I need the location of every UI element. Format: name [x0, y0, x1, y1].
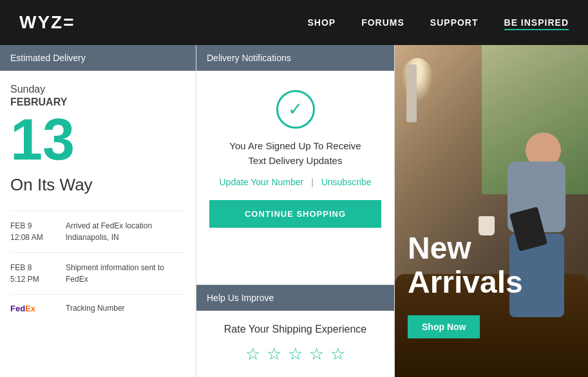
continue-shopping-button[interactable]: CONTINUE SHOPPING — [209, 200, 381, 228]
delivery-status: On Its Way — [10, 175, 185, 195]
star-1[interactable]: ☆ — [245, 344, 260, 364]
new-arrivals-heading: New Arrivals — [408, 232, 523, 300]
nav-support[interactable]: SUPPORT — [430, 17, 479, 28]
notification-body: ✓ You Are Signed Up To Receive Text Deli… — [196, 71, 394, 284]
event-desc-2: Shipment information sent to FedEx — [66, 262, 185, 285]
star-3[interactable]: ☆ — [288, 344, 303, 364]
site-header: WYZ= SHOP FORUMS SUPPORT BE INSPIRED — [0, 0, 588, 45]
tracking-events: FEB 9 12:08 AM Arrived at FedEx location… — [10, 210, 185, 322]
nav-forums[interactable]: FORUMS — [361, 17, 404, 28]
tracking-number-label: Tracking Number — [66, 304, 125, 313]
event-date-2: FEB 8 5:12 PM — [10, 262, 55, 285]
new-arrivals-arrivals: Arrivals — [408, 266, 523, 300]
check-circle-icon: ✓ — [276, 90, 315, 129]
help-section: Help Us Improve Rate Your Shipping Exper… — [196, 284, 394, 377]
rate-title: Rate Your Shipping Experience — [209, 324, 381, 335]
delivery-notifications-panel: Delivery Notifications ✓ You Are Signed … — [196, 45, 395, 377]
star-rating[interactable]: ☆ ☆ ☆ ☆ ☆ — [209, 344, 381, 364]
site-logo[interactable]: WYZ= — [19, 12, 75, 33]
help-header: Help Us Improve — [196, 285, 394, 311]
nav-be-inspired[interactable]: BE INSPIRED — [504, 17, 569, 28]
unsubscribe-link[interactable]: Unsubscribe — [321, 177, 372, 187]
delivery-date: 13 — [10, 111, 185, 169]
fedex-row: FedEx Tracking Number — [10, 295, 185, 322]
new-arrivals-panel: New Arrivals Shop Now — [395, 45, 588, 377]
event-date-1: FEB 9 12:08 AM — [10, 220, 55, 243]
tracking-event: FEB 8 5:12 PM Shipment information sent … — [10, 253, 185, 295]
link-separator: | — [311, 177, 314, 187]
delivery-month: FEBRUARY — [10, 97, 185, 108]
main-nav: SHOP FORUMS SUPPORT BE INSPIRED — [307, 17, 569, 28]
notification-links: Update Your Number | Unsubscribe — [209, 177, 381, 187]
rate-body: Rate Your Shipping Experience ☆ ☆ ☆ ☆ ☆ — [196, 311, 394, 377]
delivery-day: Sunday — [10, 84, 185, 95]
estimated-delivery-header: Estimated Delivery — [0, 45, 196, 71]
nav-shop[interactable]: SHOP — [307, 17, 336, 28]
estimated-delivery-panel: Estimated Delivery Sunday FEBRUARY 13 On… — [0, 45, 196, 377]
signed-up-text: You Are Signed Up To Receive Text Delive… — [209, 139, 381, 168]
lifestyle-background: New Arrivals Shop Now — [395, 45, 588, 377]
delivery-content: Sunday FEBRUARY 13 On Its Way FEB 9 12:0… — [0, 71, 196, 335]
main-content: Estimated Delivery Sunday FEBRUARY 13 On… — [0, 45, 588, 377]
notifications-header: Delivery Notifications — [196, 45, 394, 71]
shop-now-button[interactable]: Shop Now — [408, 315, 480, 338]
event-desc-1: Arrived at FedEx location Indianapolis, … — [66, 220, 185, 243]
tracking-event: FEB 9 12:08 AM Arrived at FedEx location… — [10, 211, 185, 253]
update-number-link[interactable]: Update Your Number — [219, 177, 303, 187]
star-2[interactable]: ☆ — [267, 344, 281, 364]
fedex-logo: FedEx — [10, 304, 55, 313]
checkmark-icon: ✓ — [288, 100, 303, 118]
star-5[interactable]: ☆ — [330, 344, 345, 364]
new-arrivals-new: New — [408, 232, 523, 266]
star-4[interactable]: ☆ — [309, 344, 324, 364]
